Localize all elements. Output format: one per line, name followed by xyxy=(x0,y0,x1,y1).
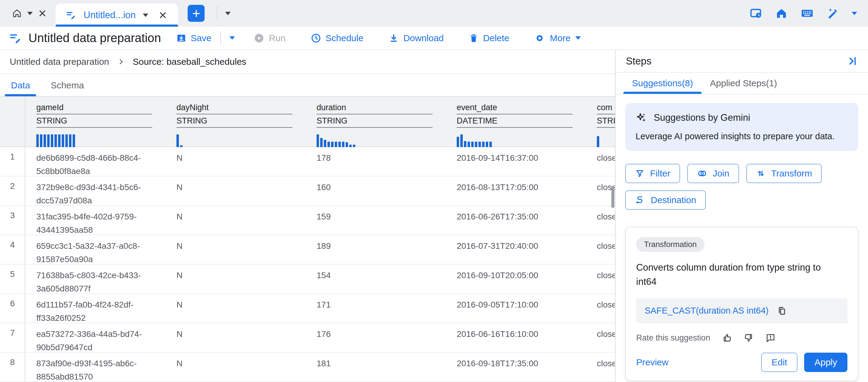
home-tab-close-icon[interactable] xyxy=(37,8,47,18)
column-histogram[interactable] xyxy=(317,134,433,148)
cell-duration[interactable]: 159 xyxy=(306,206,446,234)
save-options-caret-icon[interactable] xyxy=(223,36,242,40)
destination-button[interactable]: Destination xyxy=(625,190,706,210)
home-icon[interactable] xyxy=(775,7,788,20)
home-tab-caret-icon[interactable] xyxy=(27,12,33,15)
cell-status[interactable]: close xyxy=(586,353,615,381)
column-histogram[interactable] xyxy=(177,134,292,148)
schedule-button[interactable]: Schedule xyxy=(303,33,371,43)
cell-event-date[interactable]: 2016-09-05T17:10:00 xyxy=(446,294,586,323)
cell-event-date[interactable]: 2016-09-18T17:35:00 xyxy=(446,353,586,381)
cell-duration[interactable]: 178 xyxy=(306,147,446,176)
cell-gameid[interactable]: 6d111b57-fa0b-4f24-82df- ff33a26f0252 xyxy=(25,294,165,323)
cell-gameid[interactable]: 71638ba5-c803-42ce-b433- 3a605d88077f xyxy=(25,264,165,293)
suggestion-code[interactable]: SAFE_CAST(duration AS int64) xyxy=(645,306,768,316)
column-type[interactable]: STRING xyxy=(36,115,152,128)
thumb-up-icon[interactable] xyxy=(722,333,732,343)
join-button[interactable]: Join xyxy=(687,164,739,183)
edit-button[interactable]: Edit xyxy=(761,353,798,372)
filter-button[interactable]: Filter xyxy=(625,164,680,183)
cell-daynight[interactable]: N xyxy=(165,206,306,234)
cell-status[interactable]: close xyxy=(586,264,615,293)
column-name[interactable]: com xyxy=(597,102,615,115)
cell-daynight[interactable]: N xyxy=(165,323,306,352)
magic-wand-caret-icon[interactable] xyxy=(851,12,857,15)
tab-data[interactable]: Data xyxy=(1,74,40,96)
cell-duration[interactable]: 171 xyxy=(306,294,446,323)
tab-overflow-caret-icon[interactable] xyxy=(225,12,230,15)
column-name[interactable]: gameId xyxy=(36,102,152,115)
column-header[interactable]: gameId STRING xyxy=(25,97,165,147)
home-tab-icon[interactable] xyxy=(11,8,22,19)
column-histogram[interactable] xyxy=(36,134,152,148)
cell-event-date[interactable]: 2016-09-10T20:05:00 xyxy=(446,264,586,293)
transform-button[interactable]: Transform xyxy=(746,164,822,183)
copy-icon[interactable] xyxy=(777,306,786,316)
cell-duration[interactable]: 154 xyxy=(306,264,446,293)
column-type[interactable]: STRING xyxy=(177,115,292,128)
preview-button[interactable]: Preview xyxy=(636,357,669,368)
column-histogram[interactable] xyxy=(457,134,572,148)
cell-daynight[interactable]: N xyxy=(165,353,306,381)
breadcrumb-root[interactable]: Untitled data preparation xyxy=(10,57,109,67)
column-header[interactable]: dayNight STRING xyxy=(165,97,306,147)
cell-daynight[interactable]: N xyxy=(165,235,306,264)
tab-close-icon[interactable] xyxy=(158,10,168,20)
cell-gameid[interactable]: ea573272-336a-44a5-bd74- 90b5d79647cd xyxy=(25,323,165,352)
more-button[interactable]: More xyxy=(527,33,588,43)
tab-untitled-data-preparation[interactable]: Untitled...ion xyxy=(56,4,178,27)
cell-daynight[interactable]: N xyxy=(165,294,306,323)
delete-button[interactable]: Delete xyxy=(461,33,517,43)
new-tab-button[interactable]: + xyxy=(188,5,205,22)
cell-event-date[interactable]: 2016-06-16T16:10:00 xyxy=(446,323,586,352)
download-button[interactable]: Download xyxy=(381,33,451,43)
column-type[interactable]: STRING xyxy=(317,115,433,128)
cell-daynight[interactable]: N xyxy=(165,177,306,205)
feedback-icon[interactable] xyxy=(766,333,776,343)
cell-event-date[interactable]: 2016-08-13T17:05:00 xyxy=(446,177,586,205)
cell-duration[interactable]: 189 xyxy=(306,235,446,264)
cell-status[interactable]: close xyxy=(586,147,615,176)
cell-duration[interactable]: 160 xyxy=(306,177,446,205)
cell-status[interactable]: close xyxy=(586,177,615,205)
tab-suggestions[interactable]: Suggestions(8) xyxy=(623,73,702,94)
vertical-scrollbar-thumb[interactable] xyxy=(611,186,614,208)
column-name[interactable]: event_date xyxy=(457,102,572,115)
column-type[interactable]: DATETIME xyxy=(457,115,572,128)
cell-status[interactable]: close xyxy=(586,294,615,323)
run-button[interactable]: Run xyxy=(246,33,293,43)
cell-gameid[interactable]: 659cc3c1-5a32-4a37-a0c8- 91587e50a90a xyxy=(25,235,165,264)
cell-event-date[interactable]: 2016-06-26T17:35:00 xyxy=(446,206,586,234)
column-header[interactable]: event_date DATETIME xyxy=(446,97,586,147)
cell-gameid[interactable]: 372b9e8c-d93d-4341-b5c6- dcc57a97d08a xyxy=(25,177,165,205)
cell-gameid[interactable]: 873af90e-d93f-4195-ab6c- 8855abd81570 xyxy=(25,353,165,381)
column-type[interactable]: STRING xyxy=(597,115,615,128)
magic-wand-icon[interactable] xyxy=(826,7,840,20)
tab-caret-icon[interactable] xyxy=(143,13,148,17)
cell-duration[interactable]: 181 xyxy=(306,353,446,381)
save-button[interactable]: Save xyxy=(169,33,218,43)
tab-schema[interactable]: Schema xyxy=(40,74,94,96)
cell-gameid[interactable]: de6b6899-c5d8-466b-88c4- 5c8bb0f8ae8a xyxy=(25,147,165,176)
cell-daynight[interactable]: N xyxy=(165,147,306,176)
tab-applied-steps[interactable]: Applied Steps(1) xyxy=(702,73,786,94)
cell-event-date[interactable]: 2016-09-14T16:37:00 xyxy=(446,147,586,176)
cell-status[interactable]: close xyxy=(586,206,615,234)
column-histogram[interactable] xyxy=(597,134,615,148)
apply-button[interactable]: Apply xyxy=(804,353,847,372)
column-name[interactable]: dayNight xyxy=(177,102,292,115)
keyboard-icon[interactable] xyxy=(800,6,814,20)
collapse-panel-icon[interactable] xyxy=(846,55,858,67)
cell-gameid[interactable]: 31fac395-b4fe-402d-9759- 43441395aa58 xyxy=(25,206,165,234)
column-header[interactable]: com STRING xyxy=(586,97,615,147)
cell-status[interactable]: close xyxy=(586,235,615,264)
cell-event-date[interactable]: 2016-07-31T20:40:00 xyxy=(446,235,586,264)
cell-duration[interactable]: 176 xyxy=(306,323,446,352)
column-name[interactable]: duration xyxy=(317,102,433,115)
cell-daynight[interactable]: N xyxy=(165,264,306,293)
column-header[interactable]: duration STRING xyxy=(306,97,446,147)
breadcrumb-source[interactable]: Source: baseball_schedules xyxy=(133,57,246,67)
recent-tabs-icon[interactable] xyxy=(749,7,763,20)
cell-status[interactable]: close xyxy=(586,323,615,352)
thumb-down-icon[interactable] xyxy=(744,333,754,343)
